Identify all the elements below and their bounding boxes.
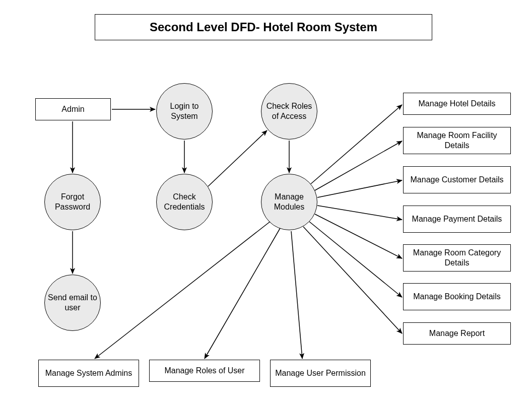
store-booking-details: Manage Booking Details <box>403 283 511 310</box>
process-check-roles: Check Roles of Access <box>261 83 317 140</box>
svg-line-11 <box>309 222 402 297</box>
svg-line-12 <box>303 227 402 333</box>
diagram-title: Second Level DFD- Hotel Room System <box>95 14 432 40</box>
svg-line-14 <box>205 228 280 359</box>
svg-line-10 <box>315 214 402 258</box>
entity-admin: Admin <box>35 98 111 120</box>
process-login: Login to System <box>156 83 213 140</box>
store-payment-details: Manage Payment Details <box>403 206 511 233</box>
process-forgot-password: Forgot Password <box>44 174 101 230</box>
process-manage-modules: Manage Modules <box>261 174 317 230</box>
svg-line-9 <box>317 206 402 220</box>
store-roles-of-user: Manage Roles of User <box>149 360 260 382</box>
store-room-category-details: Manage Room Category Details <box>403 244 511 272</box>
process-check-credentials: Check Credentials <box>156 174 213 230</box>
store-system-admins: Manage System Admins <box>38 360 139 387</box>
store-manage-report: Manage Report <box>403 322 511 345</box>
svg-line-8 <box>317 180 402 197</box>
store-customer-details: Manage Customer Details <box>403 166 511 193</box>
svg-line-15 <box>291 231 302 359</box>
svg-line-7 <box>315 141 402 190</box>
store-room-facility-details: Manage Room Facility Details <box>403 127 511 154</box>
store-user-permission: Manage User Permission <box>270 360 371 387</box>
svg-line-13 <box>95 222 270 359</box>
store-hotel-details: Manage Hotel Details <box>403 93 511 115</box>
process-send-email: Send email to user <box>44 275 101 331</box>
svg-line-4 <box>208 130 267 186</box>
svg-line-6 <box>311 105 402 184</box>
